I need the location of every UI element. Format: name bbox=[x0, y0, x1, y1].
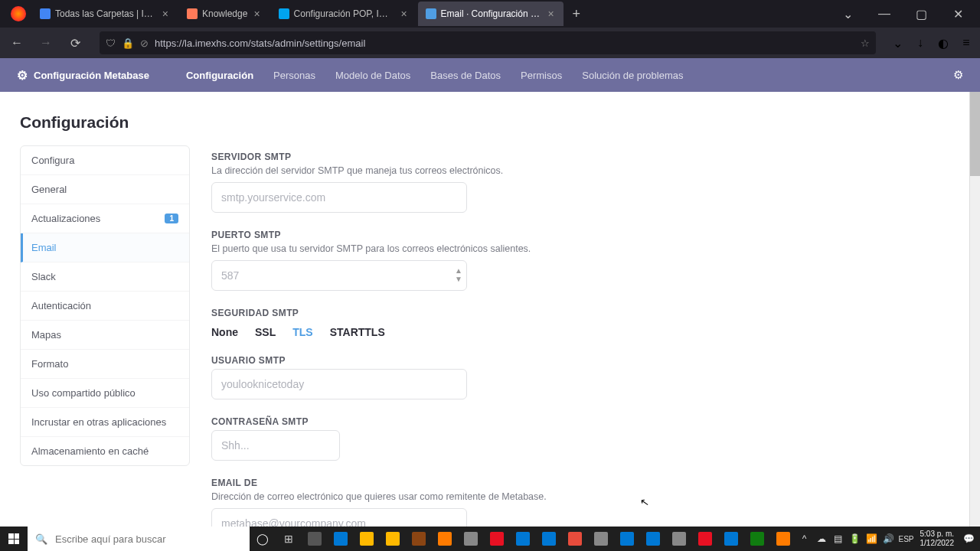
nav-modelo-datos[interactable]: Modelo de Datos bbox=[335, 70, 410, 81]
taskbar-app-icon[interactable] bbox=[406, 527, 432, 551]
browser-tab[interactable]: Todas las Carpetas | Imexl IS (L × bbox=[32, 2, 178, 26]
nav-bases-datos[interactable]: Bases de Datos bbox=[430, 70, 501, 81]
nav-configuracion[interactable]: Configuración bbox=[186, 70, 253, 81]
smtp-host-label: SERVIDOR SMTP bbox=[211, 152, 701, 162]
sidebar-item-slack[interactable]: Slack bbox=[21, 262, 189, 292]
nav-solucion-problemas[interactable]: Solución de problemas bbox=[582, 70, 683, 81]
sidebar-item-caching[interactable]: Almacenamiento en caché bbox=[21, 437, 189, 465]
taskbar-app-icon[interactable] bbox=[666, 527, 692, 551]
settings-gear-icon[interactable]: ⚙ bbox=[953, 68, 963, 82]
cortana-icon[interactable]: ⊞ bbox=[276, 527, 302, 551]
app-menu-icon[interactable]: ≡ bbox=[959, 36, 974, 50]
smtp-host-input[interactable] bbox=[211, 182, 467, 213]
bookmark-star-icon[interactable]: ☆ bbox=[861, 37, 870, 49]
tray-onedrive-icon[interactable]: ☁ bbox=[815, 533, 828, 544]
taskbar-app-icon[interactable] bbox=[640, 527, 666, 551]
tab-title: Email · Configuración · Admin · bbox=[441, 8, 542, 19]
sidebar-item-actualizaciones[interactable]: Actualizaciones1 bbox=[21, 204, 189, 233]
window-close-button[interactable]: ✕ bbox=[946, 7, 969, 21]
new-tab-button[interactable]: + bbox=[565, 6, 589, 22]
notifications-icon[interactable]: 💬 bbox=[962, 533, 975, 544]
scrollbar-thumb[interactable] bbox=[970, 92, 980, 176]
smtp-port-input[interactable] bbox=[211, 260, 467, 291]
taskbar-app-icon[interactable] bbox=[302, 527, 328, 551]
sec-opt-tls[interactable]: TLS bbox=[292, 326, 312, 338]
nav-personas[interactable]: Personas bbox=[273, 70, 315, 81]
taskbar-app-icon[interactable] bbox=[536, 527, 562, 551]
reload-button[interactable]: ⟳ bbox=[64, 32, 86, 54]
tray-volume-icon[interactable]: 🔊 bbox=[882, 533, 896, 544]
taskbar-app-icon[interactable] bbox=[562, 527, 588, 551]
sidebar-item-label: General bbox=[31, 184, 67, 195]
pocket-icon[interactable]: ⌄ bbox=[890, 36, 905, 51]
tray-lang[interactable]: ESP bbox=[899, 535, 913, 543]
permissions-icon: ⊘ bbox=[140, 37, 149, 49]
taskbar-app-icon[interactable] bbox=[692, 527, 718, 551]
tray-app-icon[interactable]: ▤ bbox=[831, 533, 845, 544]
sidebar-item-email[interactable]: Email bbox=[21, 233, 189, 262]
number-spinner-icon[interactable]: ▲▼ bbox=[455, 266, 462, 283]
url-box[interactable]: 🛡 🔒 ⊘ https://la.imexhs.com/stats/admin/… bbox=[100, 31, 876, 54]
taskbar-app-icon[interactable] bbox=[510, 527, 536, 551]
page-title: Configuración bbox=[20, 113, 129, 132]
tab-close-icon[interactable]: × bbox=[161, 8, 170, 20]
nav-permisos[interactable]: Permisos bbox=[521, 70, 562, 81]
taskbar-app-icon[interactable] bbox=[458, 527, 484, 551]
sidebar-item-configura[interactable]: Configura bbox=[21, 146, 189, 175]
update-badge: 1 bbox=[165, 214, 178, 223]
taskbar-search-input[interactable] bbox=[55, 533, 242, 545]
browser-tab[interactable]: Knowledge × bbox=[179, 2, 270, 26]
tab-close-icon[interactable]: × bbox=[546, 8, 555, 20]
taskbar-app-icon[interactable] bbox=[770, 527, 796, 551]
windows-taskbar: 🔍 ◯ ⊞ ^ ☁ ▤ 🔋 📶 🔊 ESP 5:03 p. m. 1/12/20… bbox=[0, 527, 980, 551]
sec-opt-starttls[interactable]: STARTTLS bbox=[330, 326, 385, 338]
sidebar-item-formato[interactable]: Formato bbox=[21, 350, 189, 379]
sec-opt-none[interactable]: None bbox=[211, 326, 238, 338]
smtp-port-desc: El puerto que usa tu servidor SMTP para … bbox=[211, 243, 701, 254]
taskbar-app-icon[interactable] bbox=[744, 527, 770, 551]
tabs-dropdown-icon[interactable]: ⌄ bbox=[836, 7, 859, 21]
tray-wifi-icon[interactable]: 📶 bbox=[865, 533, 879, 544]
tray-overflow-icon[interactable]: ^ bbox=[798, 533, 812, 544]
back-button[interactable]: ← bbox=[6, 32, 28, 54]
sidebar-item-mapas[interactable]: Mapas bbox=[21, 321, 189, 350]
favicon-icon bbox=[426, 8, 436, 19]
vertical-scrollbar[interactable] bbox=[969, 92, 980, 531]
browser-tab-active[interactable]: Email · Configuración · Admin · × bbox=[418, 2, 564, 26]
browser-tab-strip: Todas las Carpetas | Imexl IS (L × Knowl… bbox=[0, 0, 980, 28]
taskbar-app-icon[interactable] bbox=[380, 527, 406, 551]
smtp-port-label: PUERTO SMTP bbox=[211, 230, 701, 240]
window-maximize-button[interactable]: ▢ bbox=[910, 7, 933, 21]
app-brand[interactable]: ⚙ Configuración Metabase bbox=[17, 68, 149, 83]
tray-battery-icon[interactable]: 🔋 bbox=[848, 533, 862, 544]
account-icon[interactable]: ◐ bbox=[936, 36, 951, 51]
start-button[interactable] bbox=[0, 527, 28, 551]
tab-title: Configuración POP, IMAP y SM bbox=[294, 8, 395, 19]
sidebar-item-general[interactable]: General bbox=[21, 175, 189, 204]
taskbar-app-icon[interactable] bbox=[432, 527, 458, 551]
sidebar-item-label: Slack bbox=[31, 271, 56, 282]
browser-tab[interactable]: Configuración POP, IMAP y SM × bbox=[271, 2, 416, 26]
downloads-icon[interactable]: ↓ bbox=[913, 36, 928, 50]
forward-button[interactable]: → bbox=[35, 32, 57, 54]
taskbar-app-icon[interactable] bbox=[354, 527, 380, 551]
page-content: Configuración Configura General Actualiz… bbox=[0, 92, 980, 531]
window-minimize-button[interactable]: — bbox=[873, 7, 896, 21]
tab-close-icon[interactable]: × bbox=[399, 8, 408, 20]
taskbar-app-icon[interactable] bbox=[588, 527, 614, 551]
task-view-icon[interactable]: ◯ bbox=[250, 527, 276, 551]
taskbar-app-icon[interactable] bbox=[484, 527, 510, 551]
taskbar-apps: ◯ ⊞ bbox=[250, 527, 796, 551]
sidebar-item-autenticacion[interactable]: Autenticación bbox=[21, 292, 189, 321]
sec-opt-ssl[interactable]: SSL bbox=[255, 326, 276, 338]
tab-close-icon[interactable]: × bbox=[252, 8, 261, 20]
taskbar-app-icon[interactable] bbox=[614, 527, 640, 551]
smtp-user-input[interactable] bbox=[211, 369, 467, 399]
taskbar-clock[interactable]: 5:03 p. m. 1/12/2022 bbox=[916, 530, 959, 548]
smtp-pass-input[interactable] bbox=[211, 430, 340, 461]
taskbar-app-icon[interactable] bbox=[718, 527, 744, 551]
taskbar-search[interactable]: 🔍 bbox=[28, 527, 250, 551]
sidebar-item-sharing[interactable]: Uso compartido público bbox=[21, 379, 189, 408]
taskbar-app-icon[interactable] bbox=[328, 527, 354, 551]
sidebar-item-embedding[interactable]: Incrustar en otras aplicaciones bbox=[21, 408, 189, 437]
